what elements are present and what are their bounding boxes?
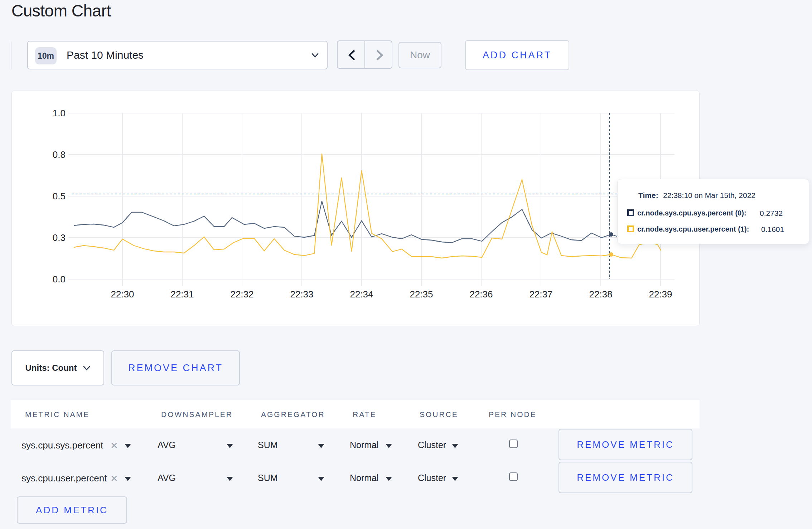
svg-text:22:31: 22:31 <box>170 289 194 300</box>
svg-text:22:30: 22:30 <box>111 289 134 300</box>
svg-text:22:34: 22:34 <box>350 289 373 300</box>
svg-text:22:32: 22:32 <box>230 289 253 300</box>
svg-text:22:38: 22:38 <box>589 289 612 300</box>
svg-text:0.3: 0.3 <box>53 232 66 243</box>
svg-text:22:35: 22:35 <box>410 289 433 300</box>
svg-text:22:33: 22:33 <box>290 289 313 300</box>
svg-text:22:36: 22:36 <box>469 289 493 300</box>
svg-text:0.5: 0.5 <box>53 191 66 202</box>
svg-text:0.8: 0.8 <box>53 149 66 160</box>
svg-text:0.0: 0.0 <box>53 274 66 285</box>
svg-text:22:39: 22:39 <box>649 289 672 300</box>
svg-text:22:37: 22:37 <box>529 289 552 300</box>
svg-text:1.0: 1.0 <box>53 108 66 118</box>
